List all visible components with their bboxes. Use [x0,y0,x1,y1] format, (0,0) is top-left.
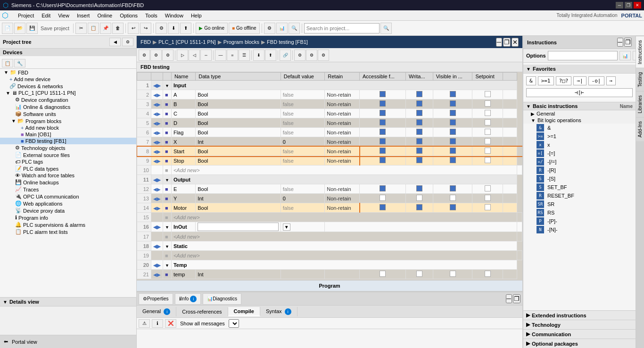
tree-item-program-blocks[interactable]: ▼ 📂 Program blocks [0,117,136,124]
cell-type-temp[interactable]: Int [196,270,281,279]
misc-btn3[interactable]: 🔍 [289,23,300,34]
optional-packages-toggle[interactable]: ▶ Optional packages [523,339,636,348]
cell-type-x[interactable]: Int [196,137,281,147]
cell-vis-x[interactable] [433,137,472,147]
cell-write-motor[interactable] [405,203,433,213]
cell-set-flag[interactable] [472,128,503,137]
cell-acc-c[interactable] [360,109,406,118]
cell-default-a[interactable]: false [281,90,325,99]
cell-type-motor[interactable]: Bool [196,203,281,213]
bi-bitlogic-toggle[interactable]: ▼ Bit logic operations [523,117,636,124]
details-view-header[interactable]: ▼ Details view [0,298,136,307]
side-tab-addins[interactable]: Add-Ins [636,117,644,141]
bi-item-x[interactable]: x x [523,141,636,149]
cell-write-flag[interactable] [405,128,433,137]
table-row-add-new-2[interactable]: 15 ■ <Add new> [137,213,522,222]
col-visible-header[interactable]: Visible in ... [433,73,472,81]
table-row[interactable]: 6 ◀▶ ■ Flag Bool false Non-retain [137,128,522,137]
cell-default-d[interactable]: false [281,118,325,128]
cell-default-stop[interactable]: false [281,156,325,166]
tree-item-add-device[interactable]: + Add new device [0,76,136,83]
table-row[interactable]: 12 ◀▶ ■ E Bool false Non-retain [137,184,522,194]
paste-button[interactable]: 📌 [100,23,111,34]
col-retain-header[interactable]: Retain [325,73,360,81]
table-row-motor[interactable]: 14 ◀▶ ■ Motor Bool false Non-retain [137,203,522,213]
col-datatype-header[interactable]: Data type [196,73,281,81]
cell-set-x[interactable] [472,137,503,147]
menu-tools[interactable]: Tools [141,12,161,19]
open-button[interactable]: 📂 [14,23,25,34]
tree-item-add-block[interactable]: + Add new block [0,124,136,131]
tree-item-traces[interactable]: 📈 Traces [0,186,136,193]
cell-acc-flag[interactable] [360,128,406,137]
close-button[interactable]: ✕ [634,2,641,8]
cell-write-start[interactable] [405,147,433,156]
cell-acc-stop[interactable] [360,156,406,166]
cut-button[interactable]: ✂ [75,23,87,34]
side-tab-instructions[interactable]: Instructions [636,36,644,68]
cell-type-c[interactable]: Bool [196,109,281,118]
cell-vis-flag[interactable] [433,128,472,137]
add-new-3-label[interactable]: <Add new> [171,232,517,241]
fav-or[interactable]: >=1 [538,76,554,85]
cell-name-flag[interactable]: Flag [171,128,195,137]
copy-button[interactable]: 📋 [88,23,99,34]
cell-write-e[interactable] [405,184,433,194]
cell-name-start[interactable]: Start [171,147,195,156]
table-row-add-new-3[interactable]: 17 ■ <Add new> [137,232,522,241]
col-default-header[interactable]: Default value [281,73,325,81]
menu-window[interactable]: Window [161,12,187,19]
inout-type-input[interactable] [198,223,279,231]
breadcrumb-fbd-testing[interactable]: FBD testing [FB1] [267,39,308,45]
cell-name-x[interactable]: X [171,137,195,147]
save-button[interactable]: 💾 [26,23,38,34]
cell-acc-temp[interactable] [360,270,406,279]
tree-item-main-ob1[interactable]: ■ Main [OB1] [0,131,136,138]
cell-set-c[interactable] [472,109,503,118]
minimize-button[interactable]: ─ [616,2,623,8]
communication-toggle[interactable]: ▶ Communication [523,329,636,339]
side-tab-testing[interactable]: Testing [636,68,644,91]
tree-item-plc-data-types[interactable]: 📝 PLC data types [0,165,136,172]
cell-retain-b[interactable]: Non-retain [325,99,360,109]
ct-btn11[interactable]: ⬆ [265,50,276,61]
center-close-btn[interactable]: ✕ [512,38,519,47]
search-button[interactable]: 🔍 [380,23,392,34]
cell-name-b[interactable]: B [171,99,195,109]
bi-item-assign[interactable]: =[ -[=] [523,149,636,157]
ct-btn5[interactable]: ◁ [189,50,200,61]
bi-item-set[interactable]: S -[S] [523,174,636,183]
info-btn[interactable]: ℹ Info i [175,293,201,305]
tree-item-device-proxy[interactable]: 📡 Device proxy data [0,207,136,214]
delete-button[interactable]: 🗑 [112,23,124,34]
cell-name-c[interactable]: C [171,109,195,118]
bi-item-or[interactable]: >= >=1 [523,132,636,141]
cell-type-e[interactable]: Bool [196,184,281,194]
table-row-add-new-1[interactable]: 10 ■ <Add new> [137,166,522,175]
bottom-min-btn[interactable]: ─ [506,294,512,303]
tree-item-devices-networks[interactable]: 🔗 Devices & networks [0,83,136,90]
ct-btn3[interactable]: ⚙ [162,50,173,61]
cell-write-c[interactable] [405,109,433,118]
ct-btn12[interactable]: 🔗 [280,50,291,61]
cell-write-d[interactable] [405,118,433,128]
cell-name-d[interactable]: D [171,118,195,128]
cell-retain-y[interactable]: Non-retain [325,194,360,203]
ct-btn6[interactable]: ↔ [200,50,212,61]
tree-item-prog-info[interactable]: ℹ Program info [0,214,136,221]
undo-button[interactable]: ↩ [128,23,139,34]
cell-default-e[interactable]: false [281,184,325,194]
menu-online[interactable]: Online [93,12,116,19]
extended-instructions-toggle[interactable]: ▶ Extended instructions [523,310,636,320]
instructions-search-input[interactable] [548,51,618,60]
cell-set-d[interactable] [472,118,503,128]
tree-tb-btn2[interactable]: 🔧 [14,59,25,67]
ct-btn14[interactable]: ⚙ [306,50,317,61]
cell-write-stop[interactable] [405,156,433,166]
tree-item-fbd[interactable]: ▼ 📁 FBD [0,69,136,76]
tree-collapse-button[interactable]: ◀ [109,38,121,46]
technology-toggle[interactable]: ▶ Technology [523,320,636,329]
cell-default-c[interactable]: false [281,109,325,118]
bi-item-set-bf[interactable]: S SET_BF [523,183,636,191]
breadcrumb-plc[interactable]: PLC_1 [CPU 1511-1 PN] [158,39,216,45]
